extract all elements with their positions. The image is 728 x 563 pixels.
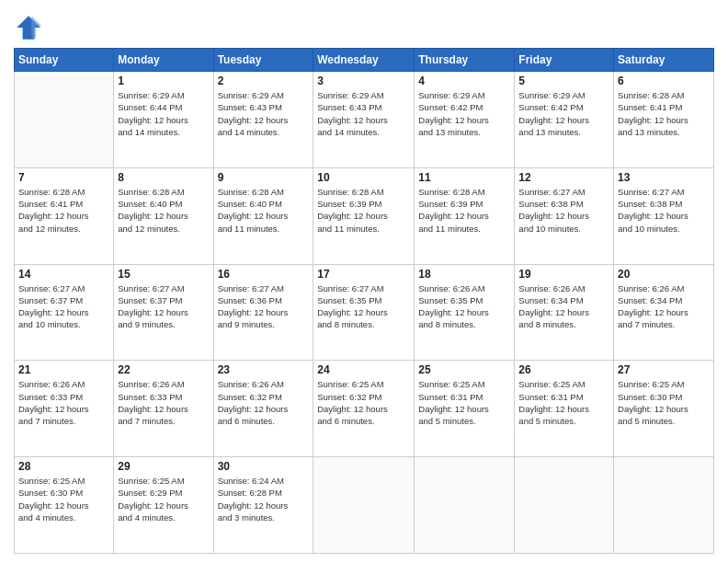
calendar-cell: 18Sunrise: 6:26 AM Sunset: 6:35 PM Dayli… — [415, 264, 515, 361]
day-info: Sunrise: 6:26 AM Sunset: 6:32 PM Dayligh… — [218, 378, 310, 427]
day-header-thursday: Thursday — [415, 49, 515, 72]
calendar-cell: 16Sunrise: 6:27 AM Sunset: 6:36 PM Dayli… — [213, 264, 313, 361]
day-number: 14 — [18, 268, 109, 281]
week-row-1: 7Sunrise: 6:28 AM Sunset: 6:41 PM Daylig… — [15, 167, 714, 264]
day-info: Sunrise: 6:26 AM Sunset: 6:34 PM Dayligh… — [618, 282, 710, 331]
day-info: Sunrise: 6:26 AM Sunset: 6:35 PM Dayligh… — [418, 282, 510, 331]
day-info: Sunrise: 6:26 AM Sunset: 6:34 PM Dayligh… — [518, 282, 609, 331]
day-info: Sunrise: 6:25 AM Sunset: 6:31 PM Dayligh… — [418, 378, 510, 427]
calendar-cell: 12Sunrise: 6:27 AM Sunset: 6:38 PM Dayli… — [515, 167, 614, 264]
day-number: 11 — [418, 171, 510, 184]
day-info: Sunrise: 6:28 AM Sunset: 6:39 PM Dayligh… — [317, 186, 410, 235]
calendar-cell: 2Sunrise: 6:29 AM Sunset: 6:43 PM Daylig… — [213, 72, 313, 168]
day-header-friday: Friday — [515, 49, 614, 72]
day-info: Sunrise: 6:27 AM Sunset: 6:36 PM Dayligh… — [218, 282, 310, 331]
calendar-cell: 29Sunrise: 6:25 AM Sunset: 6:29 PM Dayli… — [114, 457, 213, 554]
calendar-cell — [313, 457, 415, 554]
day-number: 18 — [418, 268, 510, 281]
calendar-cell: 6Sunrise: 6:28 AM Sunset: 6:41 PM Daylig… — [614, 72, 714, 168]
day-info: Sunrise: 6:28 AM Sunset: 6:40 PM Dayligh… — [118, 186, 209, 235]
day-number: 5 — [518, 75, 609, 87]
day-number: 27 — [618, 363, 710, 376]
calendar-cell: 21Sunrise: 6:26 AM Sunset: 6:33 PM Dayli… — [15, 361, 114, 457]
day-info: Sunrise: 6:25 AM Sunset: 6:30 PM Dayligh… — [618, 378, 710, 427]
day-header-monday: Monday — [114, 49, 213, 72]
calendar-cell: 15Sunrise: 6:27 AM Sunset: 6:37 PM Dayli… — [114, 264, 213, 361]
day-number: 21 — [18, 363, 109, 376]
calendar-cell: 1Sunrise: 6:29 AM Sunset: 6:44 PM Daylig… — [114, 72, 213, 168]
day-number: 4 — [418, 75, 510, 87]
day-number: 23 — [218, 363, 310, 376]
calendar-cell: 24Sunrise: 6:25 AM Sunset: 6:32 PM Dayli… — [313, 361, 415, 457]
day-info: Sunrise: 6:29 AM Sunset: 6:42 PM Dayligh… — [518, 89, 609, 138]
day-header-saturday: Saturday — [614, 49, 714, 72]
day-header-sunday: Sunday — [15, 49, 114, 72]
day-number: 7 — [18, 171, 109, 184]
day-number: 30 — [218, 460, 310, 473]
day-number: 28 — [18, 460, 109, 473]
day-number: 16 — [218, 268, 310, 281]
day-info: Sunrise: 6:28 AM Sunset: 6:41 PM Dayligh… — [18, 186, 109, 235]
calendar-table: SundayMondayTuesdayWednesdayThursdayFrid… — [14, 48, 714, 554]
page: SundayMondayTuesdayWednesdayThursdayFrid… — [0, 0, 728, 563]
calendar-cell: 7Sunrise: 6:28 AM Sunset: 6:41 PM Daylig… — [15, 167, 114, 264]
calendar-cell — [614, 457, 714, 554]
day-number: 9 — [218, 171, 310, 184]
calendar-cell: 25Sunrise: 6:25 AM Sunset: 6:31 PM Dayli… — [415, 361, 515, 457]
calendar-cell: 26Sunrise: 6:25 AM Sunset: 6:31 PM Dayli… — [515, 361, 614, 457]
week-row-0: 1Sunrise: 6:29 AM Sunset: 6:44 PM Daylig… — [15, 72, 714, 168]
calendar-cell: 9Sunrise: 6:28 AM Sunset: 6:40 PM Daylig… — [213, 167, 313, 264]
day-info: Sunrise: 6:25 AM Sunset: 6:29 PM Dayligh… — [118, 475, 209, 523]
day-info: Sunrise: 6:28 AM Sunset: 6:39 PM Dayligh… — [418, 186, 510, 235]
calendar-cell: 13Sunrise: 6:27 AM Sunset: 6:38 PM Dayli… — [614, 167, 714, 264]
day-number: 10 — [317, 171, 410, 184]
day-info: Sunrise: 6:29 AM Sunset: 6:43 PM Dayligh… — [218, 89, 310, 138]
day-number: 22 — [118, 363, 209, 376]
day-number: 19 — [518, 268, 609, 281]
day-info: Sunrise: 6:28 AM Sunset: 6:41 PM Dayligh… — [618, 89, 710, 138]
day-info: Sunrise: 6:26 AM Sunset: 6:33 PM Dayligh… — [18, 378, 109, 427]
week-row-3: 21Sunrise: 6:26 AM Sunset: 6:33 PM Dayli… — [15, 361, 714, 457]
calendar-cell: 19Sunrise: 6:26 AM Sunset: 6:34 PM Dayli… — [515, 264, 614, 361]
day-number: 12 — [518, 171, 609, 184]
calendar-cell — [15, 72, 114, 168]
calendar-cell: 22Sunrise: 6:26 AM Sunset: 6:33 PM Dayli… — [114, 361, 213, 457]
calendar-cell — [515, 457, 614, 554]
calendar-cell: 27Sunrise: 6:25 AM Sunset: 6:30 PM Dayli… — [614, 361, 714, 457]
calendar-cell: 23Sunrise: 6:26 AM Sunset: 6:32 PM Dayli… — [213, 361, 313, 457]
day-number: 13 — [618, 171, 710, 184]
calendar-cell: 3Sunrise: 6:29 AM Sunset: 6:43 PM Daylig… — [313, 72, 415, 168]
calendar-header-row: SundayMondayTuesdayWednesdayThursdayFrid… — [15, 49, 714, 72]
calendar-cell: 4Sunrise: 6:29 AM Sunset: 6:42 PM Daylig… — [415, 72, 515, 168]
logo — [14, 13, 47, 42]
svg-marker-0 — [17, 16, 40, 40]
calendar-cell — [415, 457, 515, 554]
day-info: Sunrise: 6:25 AM Sunset: 6:32 PM Dayligh… — [317, 378, 410, 427]
day-info: Sunrise: 6:25 AM Sunset: 6:30 PM Dayligh… — [18, 475, 109, 523]
day-number: 15 — [118, 268, 209, 281]
day-info: Sunrise: 6:27 AM Sunset: 6:35 PM Dayligh… — [317, 282, 410, 331]
calendar-cell: 14Sunrise: 6:27 AM Sunset: 6:37 PM Dayli… — [15, 264, 114, 361]
day-info: Sunrise: 6:26 AM Sunset: 6:33 PM Dayligh… — [118, 378, 209, 427]
calendar-cell: 10Sunrise: 6:28 AM Sunset: 6:39 PM Dayli… — [313, 167, 415, 264]
day-info: Sunrise: 6:27 AM Sunset: 6:38 PM Dayligh… — [518, 186, 609, 235]
day-info: Sunrise: 6:24 AM Sunset: 6:28 PM Dayligh… — [218, 475, 310, 523]
day-number: 3 — [317, 75, 410, 87]
day-header-tuesday: Tuesday — [213, 49, 313, 72]
calendar-cell: 17Sunrise: 6:27 AM Sunset: 6:35 PM Dayli… — [313, 264, 415, 361]
day-info: Sunrise: 6:27 AM Sunset: 6:38 PM Dayligh… — [618, 186, 710, 235]
day-number: 6 — [618, 75, 710, 87]
calendar-cell: 5Sunrise: 6:29 AM Sunset: 6:42 PM Daylig… — [515, 72, 614, 168]
day-info: Sunrise: 6:29 AM Sunset: 6:44 PM Dayligh… — [118, 89, 209, 138]
header — [14, 9, 714, 42]
day-header-wednesday: Wednesday — [313, 49, 415, 72]
calendar-cell: 28Sunrise: 6:25 AM Sunset: 6:30 PM Dayli… — [15, 457, 114, 554]
day-number: 8 — [118, 171, 209, 184]
day-number: 25 — [418, 363, 510, 376]
day-number: 2 — [218, 75, 310, 87]
day-info: Sunrise: 6:27 AM Sunset: 6:37 PM Dayligh… — [118, 282, 209, 331]
day-number: 1 — [118, 75, 209, 87]
day-info: Sunrise: 6:28 AM Sunset: 6:40 PM Dayligh… — [218, 186, 310, 235]
calendar-cell: 8Sunrise: 6:28 AM Sunset: 6:40 PM Daylig… — [114, 167, 213, 264]
day-info: Sunrise: 6:25 AM Sunset: 6:31 PM Dayligh… — [518, 378, 609, 427]
